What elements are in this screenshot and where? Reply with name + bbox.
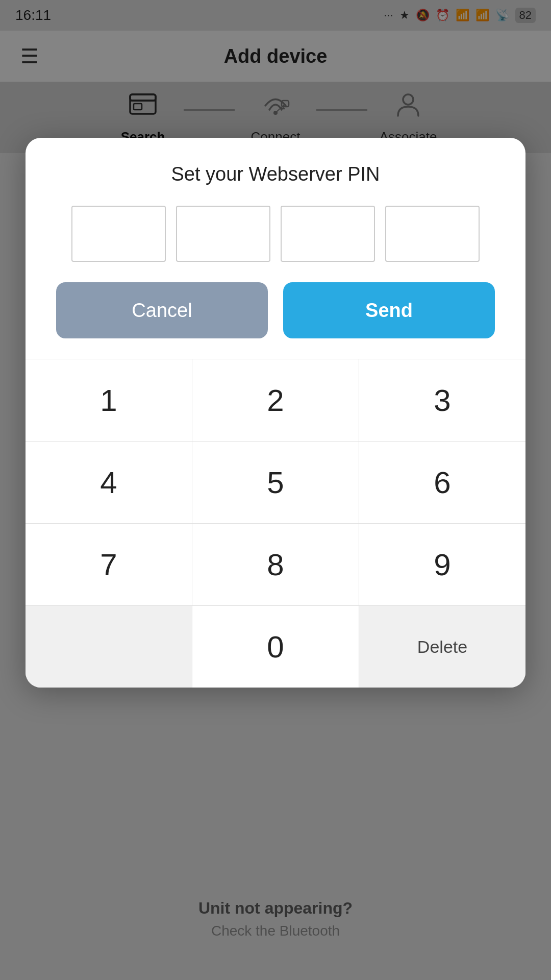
key-empty [26, 606, 192, 688]
key-9[interactable]: 9 [359, 524, 525, 605]
key-4[interactable]: 4 [26, 442, 192, 523]
delete-button[interactable]: Delete [359, 606, 525, 688]
key-5[interactable]: 5 [192, 442, 359, 523]
key-3[interactable]: 3 [359, 359, 525, 441]
key-0[interactable]: 0 [192, 606, 359, 688]
pin-input-row [26, 201, 525, 282]
pin-dialog: Set your Webserver PIN Cancel Send 1 2 3… [26, 138, 525, 688]
key-2[interactable]: 2 [192, 359, 359, 441]
dialog-title-area: Set your Webserver PIN [26, 138, 525, 201]
cancel-button[interactable]: Cancel [56, 282, 268, 338]
numpad-row-2: 4 5 6 [26, 442, 525, 524]
dialog-buttons-row: Cancel Send [26, 282, 525, 359]
key-8[interactable]: 8 [192, 524, 359, 605]
dialog-title: Set your Webserver PIN [171, 163, 380, 185]
pin-box-4[interactable] [385, 206, 480, 262]
numpad: 1 2 3 4 5 6 7 8 9 0 Delete [26, 359, 525, 688]
numpad-row-4: 0 Delete [26, 606, 525, 688]
key-7[interactable]: 7 [26, 524, 192, 605]
pin-box-2[interactable] [176, 206, 270, 262]
key-1[interactable]: 1 [26, 359, 192, 441]
numpad-row-1: 1 2 3 [26, 359, 525, 442]
key-6[interactable]: 6 [359, 442, 525, 523]
pin-box-3[interactable] [281, 206, 375, 262]
numpad-row-3: 7 8 9 [26, 524, 525, 606]
send-button[interactable]: Send [283, 282, 495, 338]
pin-box-1[interactable] [71, 206, 166, 262]
